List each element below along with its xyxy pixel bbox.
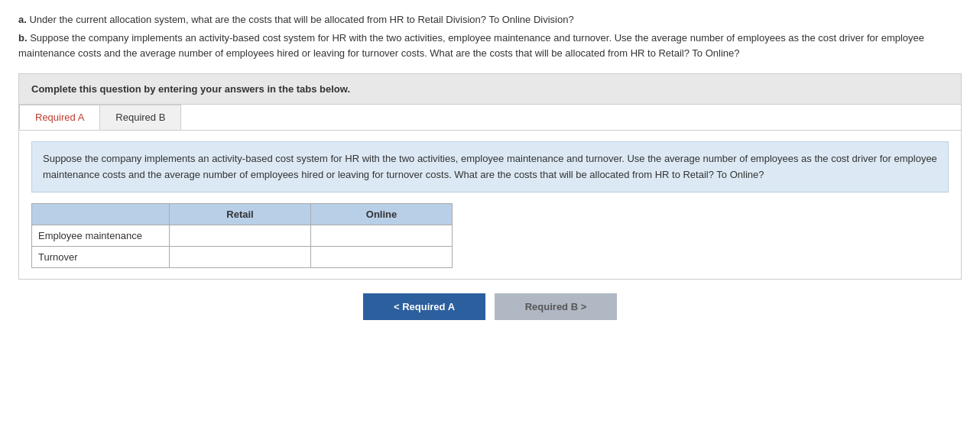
prev-button[interactable]: Required A [363, 293, 485, 320]
part-a-text: Under the current allocation system, wha… [29, 14, 573, 25]
col-header-empty [32, 203, 170, 225]
turnover-online-input[interactable] [311, 247, 452, 267]
row-turnover-retail[interactable] [170, 246, 311, 267]
col-header-online: Online [311, 203, 453, 225]
row-turnover-online[interactable] [311, 246, 453, 267]
part-a-label: a. [18, 14, 27, 25]
row-turnover-label: Turnover [32, 246, 170, 267]
tab-description-text: Suppose the company implements an activi… [43, 153, 937, 180]
col-header-retail: Retail [170, 203, 311, 225]
turnover-retail-input[interactable] [170, 247, 310, 267]
row-employee-maintenance-online[interactable] [311, 225, 453, 246]
tabs-container: Required A Required B Suppose the compan… [18, 105, 962, 279]
tab-bar: Required A Required B [19, 105, 961, 131]
row-employee-maintenance-label: Employee maintenance [32, 225, 170, 246]
instruction-box: Complete this question by entering your … [18, 73, 962, 105]
table-row: Turnover [32, 246, 453, 267]
tab-required-b[interactable]: Required B [99, 105, 181, 130]
table-row: Employee maintenance [32, 225, 453, 246]
part-b-text: Suppose the company implements an activi… [18, 32, 924, 59]
part-b-label: b. [18, 32, 28, 44]
page-wrapper: a. Under the current allocation system, … [0, 0, 980, 340]
next-button[interactable]: Required B [495, 293, 617, 320]
answer-table: Retail Online Employee maintenance [31, 203, 453, 268]
nav-buttons: Required A Required B [18, 293, 962, 328]
tab-content: Suppose the company implements an activi… [19, 131, 961, 278]
employee-maintenance-retail-input[interactable] [170, 225, 310, 246]
tab-description: Suppose the company implements an activi… [31, 141, 949, 192]
tab-required-a[interactable]: Required A [19, 105, 100, 130]
question-text: a. Under the current allocation system, … [18, 12, 962, 61]
instruction-text: Complete this question by entering your … [31, 83, 350, 95]
employee-maintenance-online-input[interactable] [311, 225, 452, 246]
row-employee-maintenance-retail[interactable] [170, 225, 311, 246]
